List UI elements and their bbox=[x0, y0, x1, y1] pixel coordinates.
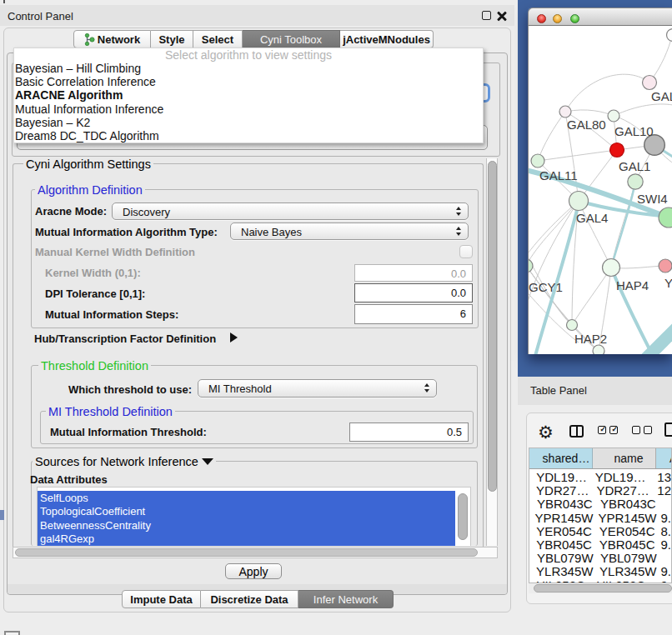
svg-text:HAP2: HAP2 bbox=[574, 332, 607, 346]
svg-text:GAL80: GAL80 bbox=[567, 118, 606, 132]
svg-text:GAL1: GAL1 bbox=[619, 159, 650, 173]
svg-text:GAL11: GAL11 bbox=[539, 168, 578, 182]
svg-text:GAL4: GAL4 bbox=[576, 211, 608, 225]
svg-text:HAP4: HAP4 bbox=[616, 278, 649, 292]
svg-text:Y: Y bbox=[664, 276, 672, 290]
svg-text:GAL7: GAL7 bbox=[651, 89, 672, 103]
svg-text:SWI4: SWI4 bbox=[637, 192, 668, 206]
svg-text:GAL10: GAL10 bbox=[614, 124, 654, 138]
svg-text:GCY1: GCY1 bbox=[529, 280, 563, 294]
